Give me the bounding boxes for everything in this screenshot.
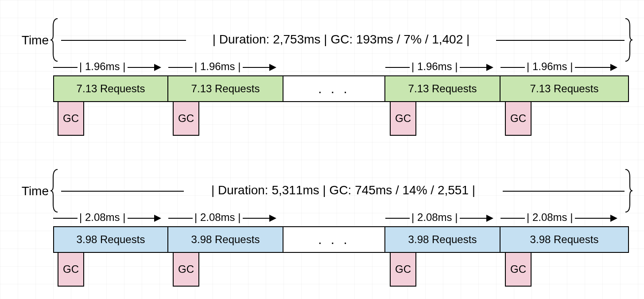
gc-block-1c: GC	[390, 101, 416, 136]
brace-right-2	[625, 169, 633, 213]
request-block-2a: 3.98 Requests	[53, 226, 168, 253]
request-block-2c: 3.98 Requests	[385, 226, 500, 253]
gc-block-1a: GC	[58, 101, 84, 136]
arrow-head-icon	[610, 64, 617, 71]
seg-time-1c: | 1.96ms |	[410, 60, 460, 73]
seg-time-2a: | 2.08ms |	[78, 211, 128, 224]
arrow-row-1: | 1.96ms | | 1.96ms | | 1.96ms | | 1.96m…	[53, 58, 633, 75]
gc-block-2a: GC	[58, 252, 84, 287]
duration-line-1a	[61, 40, 186, 41]
ellipsis-block-1: . . .	[283, 75, 385, 102]
arrow-seg-1d: | 1.96ms |	[500, 62, 629, 73]
arrow-head-icon	[269, 64, 276, 71]
arrow-head-icon	[154, 215, 161, 222]
arrow-seg-1b: | 1.96ms |	[168, 62, 283, 73]
gc-block-2d: GC	[505, 252, 531, 287]
arrow-head-icon	[486, 64, 493, 71]
ellipsis-block-2: . . .	[283, 226, 385, 253]
segments-1: | 1.96ms | | 1.96ms | | 1.96ms | | 1.96m…	[53, 58, 633, 133]
gc-block-2c: GC	[390, 252, 416, 287]
request-block-1c: 7.13 Requests	[385, 75, 500, 102]
seg-time-1b: | 1.96ms |	[193, 60, 243, 73]
gc-row-1: GC GC GC GC	[53, 102, 633, 133]
arrow-seg-2c: | 2.08ms |	[385, 213, 500, 224]
gc-block-1b: GC	[173, 101, 199, 136]
arrow-row-2: | 2.08ms | | 2.08ms | | 2.08ms | | 2.08m…	[53, 209, 633, 226]
duration-text-1: | Duration: 2,753ms | GC: 193ms / 7% / 1…	[186, 32, 496, 47]
arrow-seg-2d: | 2.08ms |	[500, 213, 629, 224]
duration-row-2: | Duration: 5,311ms | GC: 745ms / 14% / …	[53, 169, 633, 213]
arrow-seg-1a: | 1.96ms |	[53, 62, 168, 73]
seg-time-2d: | 2.08ms |	[525, 211, 575, 224]
arrow-head-icon	[154, 64, 161, 71]
duration-row-1: | Duration: 2,753ms | GC: 193ms / 7% / 1…	[53, 18, 633, 62]
segments-2: | 2.08ms | | 2.08ms | | 2.08ms | | 2.08m…	[53, 209, 633, 284]
time-label-2: Time	[9, 184, 49, 198]
brace-left-2	[50, 169, 58, 213]
request-block-2d: 3.98 Requests	[500, 226, 629, 253]
request-block-1a: 7.13 Requests	[53, 75, 168, 102]
blocks-row-1: 7.13 Requests 7.13 Requests . . . 7.13 R…	[53, 75, 633, 102]
request-block-2b: 3.98 Requests	[168, 226, 283, 253]
gc-block-2b: GC	[173, 252, 199, 287]
duration-line-1b	[496, 40, 625, 41]
brace-right-1	[625, 18, 633, 62]
arrow-head-icon	[610, 215, 617, 222]
blocks-row-2: 3.98 Requests 3.98 Requests . . . 3.98 R…	[53, 226, 633, 253]
duration-line-2a	[61, 191, 184, 192]
seg-time-2b: | 2.08ms |	[193, 211, 243, 224]
arrow-head-icon	[269, 215, 276, 222]
gc-block-1d: GC	[505, 101, 531, 136]
arrow-seg-2b: | 2.08ms |	[168, 213, 283, 224]
seg-time-2c: | 2.08ms |	[410, 211, 460, 224]
brace-left-1	[50, 18, 58, 62]
arrow-seg-1c: | 1.96ms |	[385, 62, 500, 73]
request-block-1b: 7.13 Requests	[168, 75, 283, 102]
request-block-1d: 7.13 Requests	[500, 75, 629, 102]
arrow-seg-2a: | 2.08ms |	[53, 213, 168, 224]
seg-time-1d: | 1.96ms |	[525, 60, 575, 73]
duration-text-2: | Duration: 5,311ms | GC: 745ms / 14% / …	[184, 183, 503, 197]
time-label-1: Time	[9, 33, 49, 47]
duration-line-2b	[503, 191, 625, 192]
gc-row-2: GC GC GC GC	[53, 253, 633, 284]
seg-time-1a: | 1.96ms |	[78, 60, 128, 73]
arrow-head-icon	[486, 215, 493, 222]
